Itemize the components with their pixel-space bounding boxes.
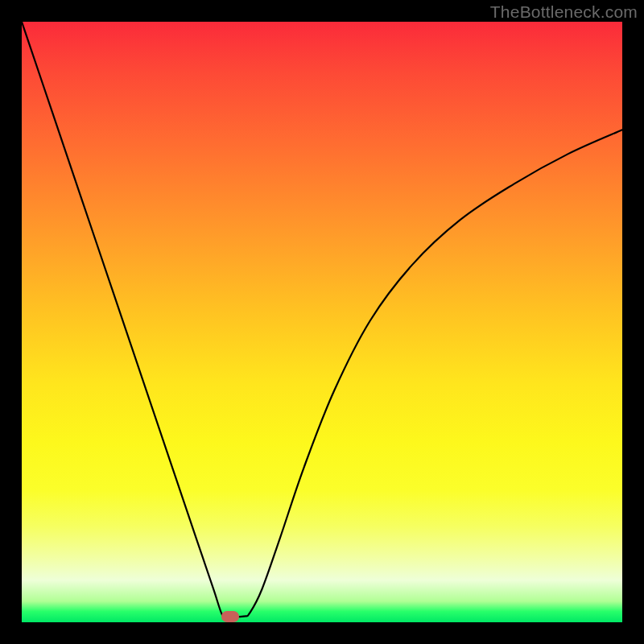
plot-area xyxy=(22,22,622,622)
optimum-marker xyxy=(221,611,239,622)
bottleneck-curve xyxy=(22,22,622,622)
chart-frame: TheBottleneck.com xyxy=(0,0,644,644)
watermark-text: TheBottleneck.com xyxy=(490,2,638,22)
